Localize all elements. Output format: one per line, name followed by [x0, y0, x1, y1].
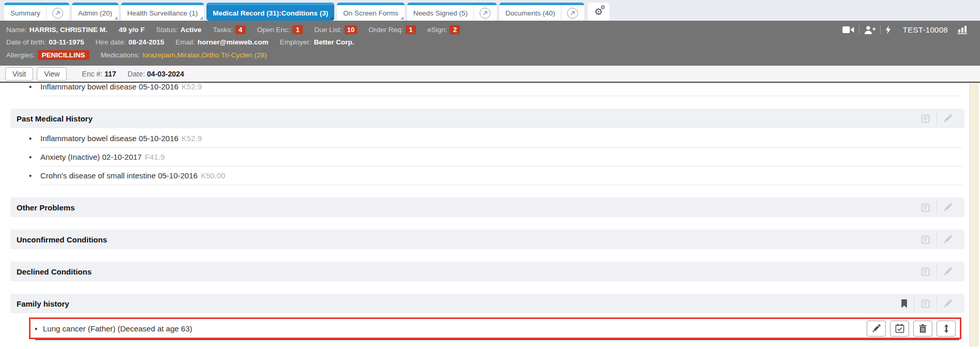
- settings-button[interactable]: ⚙ ⚙: [588, 3, 610, 21]
- row-actions: [867, 321, 956, 337]
- popout-icon[interactable]: [567, 8, 578, 19]
- medication-link[interactable]: lorazepam: [142, 51, 177, 59]
- condition-code: F41.9: [145, 153, 165, 161]
- condition-row-clipped[interactable]: • Inflammatory bowel disease 05-10-2016 …: [10, 83, 964, 96]
- condition-code: K52.9: [182, 134, 202, 143]
- condition-row[interactable]: • Anxiety (Inactive) 02-10-2017 F41.9: [10, 148, 964, 166]
- tab-summary[interactable]: Summary: [4, 3, 69, 21]
- tab-on-screen-forms[interactable]: On Screen Forms: [337, 3, 405, 21]
- video-call-icon[interactable]: [842, 26, 854, 34]
- open-enc-count-badge[interactable]: 1: [292, 25, 303, 34]
- condition-code: K52.9: [182, 83, 202, 91]
- reorder-arrows-button[interactable]: [937, 321, 956, 337]
- allergies-label: Allergies:: [6, 51, 35, 59]
- edit-button[interactable]: [867, 321, 886, 337]
- tab-needs-signed[interactable]: Needs Signed (5): [407, 3, 497, 21]
- webchart-app: Summary Admin (20) Health Surveillance (…: [0, 0, 980, 349]
- dob-label: Date of birth:: [6, 38, 46, 46]
- bullet: •: [29, 83, 40, 91]
- patient-email: horner@mieweb.com: [198, 38, 269, 46]
- divider: [473, 6, 474, 20]
- enc-number: 117: [105, 70, 116, 78]
- esign-count-badge[interactable]: 2: [450, 25, 460, 34]
- section-family-history: Family history: [10, 294, 964, 313]
- allergy-badge[interactable]: PENICILLINS: [38, 50, 90, 60]
- gear-small-icon: ⚙: [600, 5, 605, 10]
- section-title: Declined Conditions: [17, 267, 92, 276]
- condition-text: Inflammatory bowel disease 05-10-2016: [40, 83, 179, 91]
- condition-row[interactable]: • Crohn's disease of small intestine 05-…: [10, 166, 964, 185]
- section-declined-conditions: Declined Conditions: [10, 262, 964, 281]
- divider: [859, 25, 859, 34]
- divider: [561, 6, 561, 20]
- patient-name: HARRIS, CHRISTINE M.: [29, 26, 108, 34]
- bullet: •: [29, 153, 40, 161]
- tab-label: On Screen Forms: [343, 9, 398, 17]
- tab-admin[interactable]: Admin (20): [72, 3, 118, 21]
- condition-code: K50.00: [201, 171, 226, 180]
- medications-label: Medications:: [101, 51, 140, 59]
- tab-medical-record-conditions[interactable]: Medical Record (31):Conditions (3): [206, 3, 334, 21]
- patient-header-actions: TEST-10008: [838, 23, 973, 36]
- condition-text: Inflammatory bowel disease 05-10-2016: [40, 134, 179, 143]
- medication-link[interactable]: Miralax: [177, 51, 201, 59]
- visit-button[interactable]: Visit: [5, 67, 33, 81]
- notes-book-icon[interactable]: [914, 114, 937, 123]
- patient-hire-date: 08-24-2015: [128, 38, 164, 46]
- notes-book-icon[interactable]: [914, 267, 937, 276]
- patient-dob: 03-11-1975: [49, 38, 84, 46]
- lightning-icon[interactable]: [885, 25, 891, 34]
- add-person-icon[interactable]: [864, 26, 875, 34]
- family-history-row-highlighted[interactable]: • Lung cancer (Father) (Deceased at age …: [29, 317, 961, 339]
- order-req-count-badge[interactable]: 1: [406, 25, 416, 34]
- section-title: Other Problems: [17, 203, 75, 212]
- chart-scroll-strip[interactable]: [969, 83, 979, 347]
- conditions-content: • Inflammatory bowel disease 05-10-2016 …: [0, 83, 980, 347]
- tab-health-surveillance[interactable]: Health Surveillance (1): [121, 3, 204, 21]
- edit-pencil-icon[interactable]: [937, 267, 958, 276]
- enc-date: 04-03-2024: [147, 70, 184, 78]
- row-divider: [39, 185, 962, 185]
- hire-date-label: Hire date:: [96, 38, 126, 46]
- tab-label: Health Surveillance (1): [127, 9, 198, 17]
- order-req-label: Order Req:: [368, 26, 403, 34]
- bullet: •: [29, 134, 40, 143]
- employer-label: Employer:: [280, 38, 311, 46]
- patient-status: Active: [181, 26, 202, 34]
- condition-row[interactable]: • Inflammatory bowel disease 05-10-2016 …: [10, 129, 964, 148]
- patient-header: Name: HARRIS, CHRISTINE M. 49 y/o F Stat…: [0, 21, 980, 66]
- due-list-label: Due List:: [314, 26, 341, 34]
- patient-header-row-1: Name: HARRIS, CHRISTINE M. 49 y/o F Stat…: [0, 23, 980, 36]
- tab-label: Summary: [10, 9, 40, 17]
- email-label: Email:: [175, 38, 195, 46]
- tab-label: Admin (20): [78, 9, 112, 17]
- notes-book-icon[interactable]: [914, 235, 937, 244]
- view-button[interactable]: View: [37, 67, 67, 81]
- popout-icon[interactable]: [52, 8, 63, 19]
- status-label: Status:: [156, 26, 178, 34]
- due-list-count-badge[interactable]: 10: [345, 25, 357, 34]
- section-title: Unconfirmed Conditions: [17, 235, 107, 244]
- chevron-corner-icon: [114, 17, 117, 20]
- patient-age-sex: 49 y/o F: [119, 26, 145, 34]
- chevron-corner-icon: [400, 17, 404, 20]
- flowsheet-chart-icon[interactable]: [958, 25, 968, 34]
- calendar-check-button[interactable]: [890, 321, 909, 337]
- esign-label: eSign:: [427, 26, 447, 34]
- popout-icon[interactable]: [480, 8, 491, 19]
- edit-pencil-icon[interactable]: [937, 114, 958, 123]
- tasks-count-badge[interactable]: 4: [235, 25, 246, 34]
- delete-trash-button[interactable]: [913, 321, 932, 337]
- bullet: •: [29, 171, 40, 180]
- medication-link[interactable]: Ortho Tri-Cyclen (28): [201, 51, 266, 59]
- patient-header-row-2: Date of birth: 03-11-1975 Hire date: 08-…: [0, 36, 980, 48]
- tab-documents[interactable]: Documents (40): [499, 3, 584, 21]
- notes-book-icon[interactable]: [914, 299, 937, 308]
- bookmark-icon[interactable]: [895, 299, 914, 308]
- edit-pencil-icon[interactable]: [937, 299, 958, 308]
- edit-pencil-icon[interactable]: [937, 235, 958, 244]
- edit-pencil-icon[interactable]: [937, 203, 958, 212]
- notes-book-icon[interactable]: [914, 203, 937, 212]
- patient-employer: Better Corp.: [314, 38, 354, 46]
- section-past-medical-history: Past Medical History: [10, 109, 964, 128]
